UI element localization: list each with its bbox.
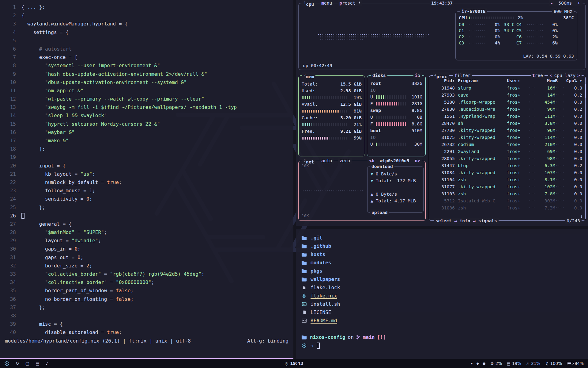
process-row[interactable]: 31103zshfros+7.8M0.0 xyxy=(432,190,582,197)
editor-line[interactable]: 12 "wl-paste --primary --watch wl-copy -… xyxy=(2,95,291,103)
editor-line[interactable]: 39 misc = { xyxy=(2,320,291,328)
editor-line[interactable]: 17 "mako &" xyxy=(2,136,291,145)
header-program[interactable]: Program: xyxy=(455,78,507,83)
tree-toggle[interactable]: tree xyxy=(531,72,545,79)
file-entry[interactable]: README.md xyxy=(301,316,583,325)
editor-line[interactable]: 35 border_part_of_window = false; xyxy=(2,286,291,295)
editor-line[interactable]: 28 "$mainMod" = "SUPER"; xyxy=(2,228,291,236)
io-mode-toggle[interactable]: io xyxy=(413,72,422,79)
process-row[interactable]: 31075.kitty-wrappedfros+114M0.0 xyxy=(432,134,582,141)
process-row[interactable]: 31948slurpfros+16M0.0 xyxy=(432,84,582,91)
process-row[interactable]: 5712Isolated Web Cfros+303M0.0 xyxy=(432,197,582,204)
preset-button[interactable]: preset * xyxy=(338,0,362,6)
file-entry[interactable]: flake.nix xyxy=(301,292,583,300)
editor-line[interactable]: 37 }; xyxy=(2,303,291,312)
taskbar-clock[interactable]: ◷ 19:43 xyxy=(285,361,303,366)
temperature-module[interactable]: ♨21% xyxy=(526,361,540,366)
interval-decrease-button[interactable]: - xyxy=(550,0,553,6)
process-row[interactable]: 1561.Hyprland-wrapfros+111M0.0 xyxy=(432,113,582,120)
process-row[interactable]: 28055.kitty-wrappedfros+98M0.0 xyxy=(432,155,582,162)
editor-line[interactable]: 27 general = { xyxy=(2,220,291,228)
process-row[interactable]: 31077.kitty-wrappedfros+102M0.0 xyxy=(432,183,582,190)
editor-line[interactable]: 16 "waybar &" xyxy=(2,128,291,136)
editor-line[interactable]: 32 border_size = 2; xyxy=(2,262,291,270)
process-row[interactable]: 2291Xwaylandfros+69M0.0 xyxy=(432,148,582,155)
volume-module[interactable]: ♫100% xyxy=(545,361,562,366)
proc-scrollbar[interactable] xyxy=(585,84,586,98)
file-entry[interactable]: wallpapers xyxy=(301,275,583,283)
file-entry[interactable]: hosts xyxy=(301,250,583,259)
launcher-music-icon[interactable]: ♪ xyxy=(46,361,48,366)
editor-line[interactable]: 15 "hyprctl setcursor Nordzy-cursors 22 … xyxy=(2,120,291,128)
net-auto-toggle[interactable]: auto xyxy=(320,158,334,164)
file-entry[interactable]: install.sh xyxy=(301,300,583,308)
editor-line[interactable]: 8 "systemctl --user import-environment &… xyxy=(2,61,291,70)
update-interval-control[interactable]: -500ms+ xyxy=(549,0,582,6)
editor-line[interactable]: 29 layout = "dwindle"; xyxy=(2,236,291,245)
editor-line[interactable]: 25 }; xyxy=(2,203,291,212)
file-entry[interactable]: LICENSE xyxy=(301,308,583,316)
editor-line[interactable]: 23 follow_mouse = 1; xyxy=(2,186,291,195)
tray-icon-1[interactable]: ▾ xyxy=(471,362,473,366)
header-user[interactable]: User: xyxy=(507,78,528,83)
editor-line[interactable]: 5 xyxy=(2,36,291,45)
editor-line[interactable]: 14 "sleep 1 && swaylock" xyxy=(2,111,291,120)
process-row[interactable]: 31086zshfros+7.3M0.0 xyxy=(432,204,582,211)
editor-line[interactable]: 4 settings = { xyxy=(2,28,291,36)
editor-line[interactable]: 6 # autostart xyxy=(2,45,291,53)
file-entry[interactable]: .github xyxy=(301,242,583,250)
cpu-usage-module[interactable]: ⚙2% xyxy=(490,361,502,366)
editor-line[interactable]: 30 gaps_in = 0; xyxy=(2,245,291,253)
file-entry[interactable]: flake.lock xyxy=(301,283,583,292)
header-memb[interactable]: MemB xyxy=(539,78,558,83)
file-entry[interactable]: .git xyxy=(301,234,583,242)
select-hint[interactable]: select ↵ info ↵ signals xyxy=(434,218,499,224)
menu-button[interactable]: menu xyxy=(320,0,334,6)
process-row[interactable]: 28470shfros+3.8M0.0 xyxy=(432,120,582,127)
editor-line[interactable]: 10 "dbus-update-activation-environment -… xyxy=(2,78,291,86)
editor-line[interactable]: 33 "col.active_border" = "rgb(cba6f7) rg… xyxy=(2,270,291,278)
editor-line[interactable]: 20 input = { xyxy=(2,162,291,170)
editor-line[interactable]: 1{ ... }: xyxy=(2,3,291,11)
editor-line[interactable]: 7 exec-once = [ xyxy=(2,53,291,61)
process-row[interactable]: 27830.audacious-wrafros+96M0.2 xyxy=(432,105,582,113)
editor-line[interactable]: 40 disable_autoreload = true; xyxy=(2,328,291,336)
editor-line[interactable]: 3 wayland.windowManager.hyprland = { xyxy=(2,20,291,28)
editor-line[interactable]: 24 sensitivity = 0; xyxy=(2,195,291,203)
editor-line[interactable]: 9 "hash dbus-update-activation-environme… xyxy=(2,70,291,78)
editor-line[interactable]: 21 kb_layout = "us"; xyxy=(2,170,291,178)
file-entry[interactable]: pkgs xyxy=(301,267,583,275)
file-entry[interactable]: modules xyxy=(301,259,583,267)
editor-line[interactable]: 34 "col.inactive_border" = "0x00000000"; xyxy=(2,278,291,286)
editor-line[interactable]: 19 xyxy=(2,153,291,161)
process-row[interactable]: 27730.kitty-wrappedfros+96M0.2 xyxy=(432,127,582,134)
editor-line[interactable]: 11 "nm-applet &" xyxy=(2,86,291,95)
editor-line[interactable]: 31 gaps_out = 0; xyxy=(2,253,291,262)
launcher-files-icon[interactable]: ▤ xyxy=(36,361,40,366)
process-row[interactable]: 31084.kitty-wrappedfros+107M0.0 xyxy=(432,169,582,176)
battery-module[interactable]: 84% xyxy=(567,361,584,366)
process-row[interactable]: 26732codiumfros+210M0.0 xyxy=(432,141,582,148)
sort-selector[interactable]: <cpu lazy> xyxy=(548,72,582,79)
launcher-power-icon[interactable]: ↻ xyxy=(16,361,19,366)
process-row[interactable]: 5280.floorp-wrappefros+454M0.0 xyxy=(432,98,582,105)
editor-line[interactable]: 18 ]; xyxy=(2,145,291,153)
editor-line[interactable]: 2{ xyxy=(2,11,291,20)
editor-line[interactable]: 38 xyxy=(2,312,291,320)
filter-button[interactable]: filter xyxy=(453,72,472,79)
interval-increase-button[interactable]: + xyxy=(577,0,580,6)
process-row[interactable]: 27903cavafros+14M0.2 xyxy=(432,91,582,98)
editor-line[interactable]: 13 "swaybg -m fill -i $(find ~/Pictures/… xyxy=(2,103,291,111)
memory-usage-module[interactable]: ▤19% xyxy=(507,361,521,366)
process-row[interactable]: 31447btopfros+6.3M0.2 xyxy=(432,162,582,169)
header-cpu[interactable]: Cpu% ↑ xyxy=(566,78,582,83)
editor-line[interactable]: 36 no_border_on_floating = false; xyxy=(2,295,291,303)
editor-buffer[interactable]: 1{ ... }:2{3 wayland.windowManager.hyprl… xyxy=(2,3,291,337)
net-device-switcher[interactable]: <bwlp0s20f0u5n> xyxy=(368,158,422,164)
nix-menu-icon[interactable] xyxy=(4,361,9,366)
editor-line[interactable]: 26 xyxy=(2,212,291,220)
editor-line[interactable]: 22 numlock_by_default = true; xyxy=(2,178,291,186)
net-zero-toggle[interactable]: zero xyxy=(338,158,352,164)
process-row[interactable]: 31164zshfros+8.1M0.0 xyxy=(432,176,582,183)
shell-input-line[interactable]: → xyxy=(301,341,583,350)
